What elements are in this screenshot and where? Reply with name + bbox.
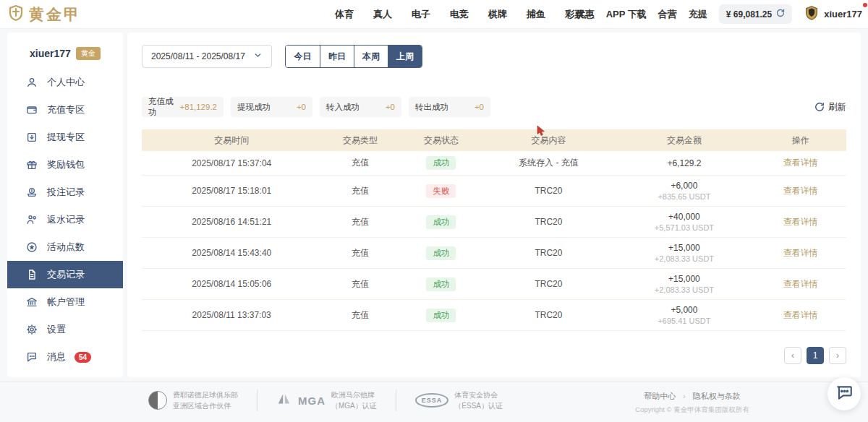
refresh-balance-icon[interactable] (776, 9, 785, 20)
cell-time: 2025/08/17 15:37:04 (142, 158, 321, 168)
cell-type: 充值 (321, 157, 399, 169)
status-badge: 成功 (426, 156, 456, 170)
col-action: 操作 (754, 134, 846, 147)
view-details-link[interactable]: 查看详情 (783, 248, 818, 258)
nav-live[interactable]: 真人 (373, 8, 392, 21)
quick-btn-yesterday[interactable]: 昨日 (320, 46, 354, 67)
summary-value: +81,129.2 (180, 103, 217, 111)
main-panel: 2025/08/11 - 2025/08/17 今日 昨日 本周 上周 充值成功… (127, 33, 861, 377)
sidebar-item-label: 活动点数 (47, 241, 85, 254)
next-page-button[interactable]: › (829, 347, 846, 364)
cell-content: TRC20 (483, 186, 613, 196)
page-1-button[interactable]: 1 (807, 347, 824, 364)
view-details-link[interactable]: 查看详情 (783, 186, 818, 196)
amount-main: +5,000 (614, 305, 755, 315)
sidebar-item-label: 消息 (47, 350, 66, 363)
cell-action: 查看详情 (754, 157, 846, 169)
quick-btn-today[interactable]: 今日 (286, 46, 320, 67)
user-icon (26, 77, 38, 89)
nav-fishing[interactable]: 捕鱼 (527, 8, 545, 21)
sidebar-item-profile[interactable]: 个人中心 (7, 69, 123, 96)
nav-slots[interactable]: 电子 (412, 8, 430, 21)
refresh-button[interactable]: 刷新 (814, 101, 846, 113)
sidebar-item-activity-points[interactable]: 活动点数 (7, 233, 123, 261)
summary-label: 充值成功 (148, 96, 180, 118)
mga-brand-text: MGA (298, 395, 326, 407)
partner-line1: 费耶诺德足球俱乐部 (173, 389, 238, 400)
brand-logo[interactable]: 黄金甲 (7, 4, 81, 25)
customer-service-button[interactable] (827, 377, 861, 410)
cell-action: 查看详情 (754, 185, 846, 197)
view-details-link[interactable]: 查看详情 (783, 158, 818, 168)
cell-time: 2025/08/14 15:05:06 (142, 279, 321, 289)
amount-main: +6,000 (614, 181, 755, 191)
summary-value: +0 (297, 103, 306, 111)
quick-btn-this-week[interactable]: 本周 (354, 46, 388, 67)
cell-content: TRC20 (483, 279, 613, 289)
sidebar-item-account-management[interactable]: 帐户管理 (7, 288, 123, 316)
wallet-icon (26, 104, 38, 116)
help-center-link[interactable]: 帮助中心 (644, 391, 676, 402)
view-details-link[interactable]: 查看详情 (783, 217, 818, 227)
nav-app-download[interactable]: APP 下载 (606, 8, 647, 21)
partner-line1: 欧洲马尔他牌 (331, 389, 377, 400)
sidebar-item-rebate-records[interactable]: 返水记录 (7, 206, 123, 233)
nav-sports[interactable]: 体育 (335, 8, 354, 21)
sidebar-item-bet-records[interactable]: 投注记录 (7, 178, 123, 206)
user-menu[interactable]: xiuer177 (804, 5, 862, 24)
table-row: 2025/08/17 15:18:01 充值 失败 TRC20 +6,000+8… (142, 176, 846, 207)
prev-page-button[interactable]: ‹ (784, 347, 801, 364)
cell-type: 充值 (321, 309, 399, 322)
balance-pill[interactable]: ¥ 69,081.25 (719, 4, 792, 24)
brand-logo-icon (7, 4, 25, 25)
partner-line2: 亚洲区域合作伙伴 (173, 400, 238, 411)
sidebar-item-label: 交易记录 (47, 268, 85, 281)
col-status: 交易状态 (399, 134, 483, 147)
cell-time: 2025/08/17 15:18:01 (142, 186, 321, 196)
partner-line2: （ESSA）认证 (454, 400, 503, 411)
sidebar-item-reward-wallet[interactable]: 奖励钱包 (7, 151, 123, 178)
partner-line2: （MGA）认证 (331, 400, 377, 411)
table-row: 2025/08/14 15:05:06 充值 成功 TRC20 +15,000+… (142, 269, 846, 300)
amount-main: +6,129.2 (614, 158, 755, 168)
main-nav: 体育 真人 电子 电竞 棋牌 捕鱼 彩票 (335, 8, 584, 21)
quick-btn-last-week[interactable]: 上周 (388, 46, 422, 67)
cell-status: 成功 (399, 246, 483, 260)
nav-promotions[interactable]: 优惠 (576, 8, 595, 21)
topbar-right: 优惠 APP 下载 合营 充提 ¥ 69,081.25 xiuer177 (576, 4, 862, 24)
privacy-terms-link[interactable]: 隐私权与条款 (693, 391, 741, 402)
footer-partners: 费耶诺德足球俱乐部 亚洲区域合作伙伴 MGA 欧洲马尔他牌 （MGA）认证 ES… (148, 389, 503, 411)
refresh-label: 刷新 (828, 101, 846, 113)
sidebar-item-withdraw[interactable]: 提现专区 (7, 124, 123, 151)
brand-name: 黄金甲 (29, 4, 81, 25)
status-badge: 成功 (426, 215, 456, 229)
cell-type: 充值 (321, 216, 399, 228)
nav-esports[interactable]: 电竞 (450, 8, 469, 21)
sidebar-item-messages[interactable]: 消息 54 (7, 343, 123, 371)
nav-affiliate[interactable]: 合营 (658, 8, 677, 21)
username: xiuer177 (824, 9, 862, 20)
transactions-table: 交易时间 交易类型 交易状态 交易内容 交易金额 操作 2025/08/17 1… (142, 129, 846, 331)
date-range-select[interactable]: 2025/08/11 - 2025/08/17 (142, 45, 272, 68)
sidebar-username: xiuer177 (30, 48, 71, 59)
notification-dot (863, 3, 867, 7)
rebate-icon (26, 214, 38, 226)
nav-deposit-withdraw[interactable]: 充提 (689, 8, 707, 21)
summary-value: +0 (475, 103, 484, 111)
nav-cards[interactable]: 棋牌 (488, 8, 507, 21)
view-details-link[interactable]: 查看详情 (783, 310, 818, 320)
star-circle-icon (26, 241, 38, 254)
cell-content: TRC20 (483, 217, 613, 227)
summary-label: 转出成功 (415, 102, 448, 113)
sidebar-item-deposit[interactable]: 充值专区 (7, 96, 123, 124)
cell-amount: +6,000+835.65 USDT (614, 181, 755, 201)
sidebar-item-label: 奖励钱包 (47, 158, 85, 171)
sidebar-user: xiuer177 黄金 (7, 33, 123, 69)
amount-usdt: +835.65 USDT (614, 192, 755, 201)
table-row: 2025/08/17 15:37:04 充值 成功 系统存入 - 充值 +6,1… (142, 151, 846, 176)
sidebar-item-transaction-records[interactable]: 交易记录 (7, 261, 123, 288)
summary-transfer-in-success: 转入成功 +0 (320, 97, 401, 117)
view-details-link[interactable]: 查看详情 (783, 279, 818, 289)
topbar: 黄金甲 体育 真人 电子 电竞 棋牌 捕鱼 彩票 优惠 APP 下载 合营 充提… (0, 0, 868, 29)
sidebar-item-settings[interactable]: 设置 (7, 316, 123, 343)
